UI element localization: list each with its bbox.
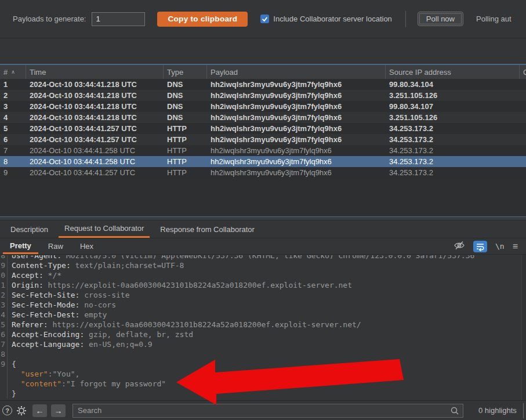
editor-menu-icon[interactable]: ≡ [513, 241, 518, 252]
code-line: 4Sec-Fetch-Dest: empty [0, 310, 526, 320]
column-header-source-ip[interactable]: Source IP address [386, 65, 520, 79]
payloads-count-input[interactable] [92, 12, 145, 26]
code-line: 9Content-Type: text/plain;charset=UTF-8 [0, 260, 526, 270]
toolbar-divider [405, 11, 406, 27]
poll-now-button[interactable]: Poll now [418, 12, 463, 26]
code-text: Referer: https://exploit-0aa600300423101… [8, 320, 361, 330]
cell-source-ip: 34.253.173.2 [386, 146, 520, 155]
line-number: 6 [0, 330, 8, 339]
cell-num: 5 [0, 124, 26, 133]
include-location-checkbox[interactable] [260, 15, 269, 23]
collaborator-toolbar: Payloads to generate: Copy to clipboard … [0, 0, 526, 38]
newline-chars-icon[interactable]: \n [495, 242, 505, 251]
column-header-payload[interactable]: Payload [207, 65, 386, 79]
hide-nonprinting-icon[interactable] [454, 240, 465, 252]
line-number: 0 [0, 270, 8, 280]
editor-scrollbar[interactable] [521, 255, 526, 400]
cell-source-ip: 34.253.173.2 [386, 124, 520, 133]
word-wrap-toggle-icon[interactable] [473, 241, 487, 252]
cell-payload: hh2iwqlshr3myu9vu6y3jtm7fylq9hx6 [207, 113, 386, 122]
code-line: 6Accept-Encoding: gzip, deflate, br, zst… [0, 330, 526, 339]
highlights-count: 0 highlights [478, 406, 517, 415]
cell-num: 3 [0, 102, 26, 111]
table-row[interactable]: 92024-Oct-10 03:44:41.257 UTCHTTPhh2iwql… [0, 167, 526, 178]
table-header-row: # ∧ Time Type Payload Source IP address … [0, 64, 526, 79]
table-row[interactable]: 42024-Oct-10 03:44:41.218 UTCDNShh2iwqls… [0, 112, 526, 123]
table-row[interactable]: 82024-Oct-10 03:44:41.258 UTCHTTPhh2iwql… [0, 156, 526, 167]
cell-type: DNS [164, 91, 207, 100]
code-line: 5Referer: https://exploit-0aa60030042310… [0, 320, 526, 330]
code-text: Content-Type: text/plain;charset=UTF-8 [8, 260, 184, 270]
search-input[interactable] [72, 404, 463, 418]
sort-ascending-icon: ∧ [11, 69, 15, 75]
code-line: "content":"I forgot my password" [0, 379, 526, 389]
table-row[interactable]: 72024-Oct-10 03:44:41.258 UTCHTTPhh2iwql… [0, 145, 526, 156]
table-row[interactable]: 52024-Oct-10 03:44:41.257 UTCHTTPhh2iwql… [0, 123, 526, 134]
subtab-pretty[interactable]: Pretty [3, 238, 38, 254]
code-line: 1Origin: https://exploit-0aa600300423101… [0, 280, 526, 290]
column-header-comment[interactable]: C [520, 65, 526, 79]
copy-to-clipboard-button[interactable]: Copy to clipboard [157, 12, 248, 27]
table-row[interactable]: 32024-Oct-10 03:44:41.218 UTCDNShh2iwqls… [0, 101, 526, 112]
cell-time: 2024-Oct-10 03:44:41.218 UTC [26, 80, 164, 89]
cell-payload: hh2iwqlshr3myu9vu6y3jtm7fylq9hx6 [207, 135, 386, 144]
cell-num: 2 [0, 91, 26, 100]
code-line: 8User-Agent: Mozilla/5.0 (Victim) AppleW… [0, 255, 526, 260]
settings-gear-icon[interactable] [16, 405, 27, 416]
code-line: "user":"You", [0, 369, 526, 379]
code-text: Accept-Language: en-US,en;q=0.9 [8, 339, 153, 349]
cell-payload: hh2iwqlshr3myu9vu6y3jtm7fylq9hx6 [207, 102, 386, 111]
cell-source-ip: 34.253.173.2 [386, 135, 520, 144]
code-text: "user":"You", [8, 369, 79, 379]
cell-num: 4 [0, 113, 26, 122]
tab-response-from-collaborator[interactable]: Response from Collaborator [154, 220, 260, 238]
table-empty-area [0, 178, 526, 216]
cell-time: 2024-Oct-10 03:44:41.218 UTC [26, 113, 164, 122]
code-line: 8 [0, 349, 526, 359]
cell-num: 7 [0, 146, 26, 155]
checkmark-icon [261, 15, 269, 23]
line-number: 7 [0, 339, 8, 349]
horizontal-splitter[interactable] [0, 216, 526, 220]
cell-num: 6 [0, 135, 26, 144]
search-previous-button[interactable]: ← [32, 404, 47, 417]
cell-time: 2024-Oct-10 03:44:41.258 UTC [26, 157, 164, 166]
line-number: 1 [0, 280, 8, 290]
cell-source-ip: 99.80.34.107 [386, 102, 520, 111]
cell-source-ip: 34.253.173.2 [386, 157, 520, 166]
line-number: 5 [0, 320, 8, 330]
cell-payload: hh2iwqlshr3myu9vu6y3jtm7fylq9hx6 [207, 124, 386, 133]
statusbar-divider [523, 403, 524, 418]
tab-description[interactable]: Description [5, 220, 54, 238]
search-next-button[interactable]: → [51, 404, 66, 417]
table-row[interactable]: 62024-Oct-10 03:44:41.257 UTCHTTPhh2iwql… [0, 134, 526, 145]
line-number [0, 379, 8, 389]
help-icon[interactable]: ? [2, 405, 12, 415]
code-text: } [8, 389, 16, 399]
code-text: Sec-Fetch-Dest: empty [8, 310, 107, 320]
cell-payload: hh2iwqlshr3myu9vu6y3jtm7fylq9hx6 [207, 146, 386, 155]
subtab-hex[interactable]: Hex [73, 238, 100, 254]
code-line: 0Accept: */* [0, 270, 526, 280]
cell-type: DNS [164, 113, 207, 122]
cell-type: DNS [164, 102, 207, 111]
column-header-time[interactable]: Time [26, 65, 164, 79]
table-row[interactable]: 12024-Oct-10 03:44:41.218 UTCDNShh2iwqls… [0, 79, 526, 90]
code-line: 9{ [0, 359, 526, 369]
request-editor[interactable]: 8User-Agent: Mozilla/5.0 (Victim) AppleW… [0, 255, 526, 400]
code-lines: 8User-Agent: Mozilla/5.0 (Victim) AppleW… [0, 255, 526, 399]
editor-toolbar-icons: \n ≡ [454, 238, 526, 254]
column-header-num[interactable]: # ∧ [0, 65, 26, 79]
subtab-raw[interactable]: Raw [41, 238, 70, 254]
include-location-checkbox-group[interactable]: Include Collaborator server location [260, 15, 392, 23]
search-field-wrap [72, 404, 463, 418]
table-row[interactable]: 22024-Oct-10 03:44:41.218 UTCDNShh2iwqls… [0, 90, 526, 101]
cell-num: 8 [0, 157, 26, 166]
cell-type: HTTP [164, 135, 207, 144]
cell-payload: hh2iwqlshr3myu9vu6y3jtm7fylq9hx6 [207, 91, 386, 100]
column-header-type[interactable]: Type [164, 65, 207, 79]
line-number: 3 [0, 300, 8, 310]
code-text: Accept: */* [8, 270, 61, 280]
tab-request-to-collaborator[interactable]: Request to Collaborator [59, 220, 150, 238]
cell-type: HTTP [164, 157, 207, 166]
